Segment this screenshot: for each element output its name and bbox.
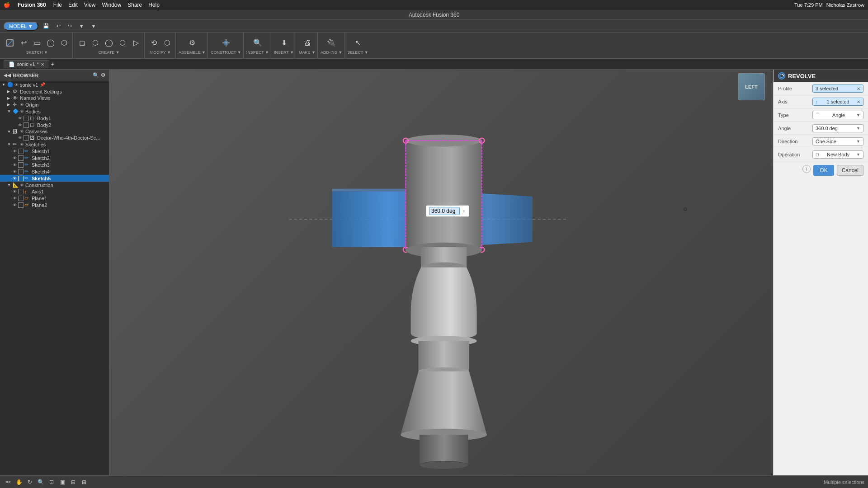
tree-item-canvas1[interactable]: ▶ 👁 🖼 Doctor-Who-4th-Doctor-Sc... <box>0 135 109 141</box>
modify-tool-1[interactable]: ⟲ <box>147 37 160 49</box>
revolve-info-button[interactable]: i <box>802 165 811 173</box>
assemble-tool[interactable]: ⚙ <box>186 37 198 49</box>
mode-button[interactable]: MODEL ▼ <box>4 22 38 31</box>
axis-clear-button[interactable]: ✕ <box>857 99 860 104</box>
zoom-tool[interactable]: 🔍 <box>36 478 45 487</box>
sketch-tool-3[interactable]: ▭ <box>31 37 43 49</box>
tree-item-sketch3[interactable]: 👁 ✏ Sketch3 <box>0 161 109 168</box>
tab-sonic[interactable]: 📄 sonic v1 * ✕ <box>4 60 49 68</box>
tab-add-button[interactable]: + <box>51 61 55 68</box>
undo-dropdown[interactable]: ▼ <box>76 23 87 30</box>
tree-item-root[interactable]: ▼ 🔵 👁 sonic v1 📌 <box>0 81 109 88</box>
checkbox-sketch2[interactable] <box>18 155 24 161</box>
vis-construction[interactable]: 👁 <box>20 183 25 188</box>
modify-tool-2[interactable]: ⬡ <box>161 37 174 49</box>
create-tool-3[interactable]: ◯ <box>103 37 115 49</box>
addins-tool[interactable]: 🔌 <box>325 37 338 49</box>
create-tool-4[interactable]: ⬡ <box>116 37 129 49</box>
revolve-value-direction[interactable]: One Side ▼ <box>812 137 863 145</box>
menu-edit[interactable]: Edit <box>68 2 78 8</box>
profile-clear-button[interactable]: ✕ <box>857 86 860 91</box>
menu-file[interactable]: File <box>53 2 62 8</box>
view-dropdown-2[interactable]: ⊟ <box>69 478 78 487</box>
tree-item-body1[interactable]: ▶ 👁 ◻ Body1 <box>0 115 109 122</box>
menu-share[interactable]: Share <box>127 2 142 8</box>
viewcube[interactable]: LEFT <box>733 73 769 109</box>
tree-item-sketch1[interactable]: 👁 ✏ Sketch1 <box>0 148 109 155</box>
checkbox-axis1[interactable] <box>18 189 24 194</box>
vis-plane1[interactable]: 👁 <box>13 196 18 201</box>
vis-body2[interactable]: 👁 <box>18 123 24 127</box>
tree-item-canvases[interactable]: ▼ 🖼 👁 Canvases <box>0 128 109 135</box>
tree-item-axis1[interactable]: 👁 ↕ Axis1 <box>0 188 109 195</box>
vis-body1[interactable]: 👁 <box>18 116 24 121</box>
tree-item-construction[interactable]: ▼ 📐 👁 Construction <box>0 182 109 188</box>
redo-button[interactable]: ↪ <box>65 22 75 30</box>
tree-arrow-construction[interactable]: ▼ <box>7 183 13 187</box>
revolve-value-axis[interactable]: ↕ 1 selected ✕ <box>812 98 863 106</box>
view-dropdown-1[interactable]: ▣ <box>58 478 67 487</box>
redo-dropdown[interactable]: ▼ <box>89 23 99 30</box>
tree-item-named-views[interactable]: ▶ 👁 Named Views <box>0 95 109 101</box>
revolve-value-type[interactable]: ⌒ Angle ▼ <box>812 111 863 119</box>
fit-tool[interactable]: ⊡ <box>47 478 56 487</box>
tree-item-doc-settings[interactable]: ▶ ⚙ Document Settings <box>0 88 109 95</box>
create-tool-5[interactable]: ▷ <box>130 37 142 49</box>
revolve-value-profile[interactable]: 3 selected ✕ <box>812 84 863 93</box>
type-dropdown-arrow[interactable]: ▼ <box>856 113 860 117</box>
tree-arrow-canvases[interactable]: ▼ <box>7 130 13 134</box>
checkbox-plane2[interactable] <box>18 202 24 208</box>
tree-arrow-sketches[interactable]: ▼ <box>7 142 13 146</box>
revolve-value-operation[interactable]: ◻ New Body ▼ <box>812 150 863 159</box>
checkbox-canvas1[interactable] <box>24 135 29 141</box>
tree-arrow-views[interactable]: ▶ <box>7 96 13 100</box>
sketch-tool-4[interactable]: ◯ <box>44 37 57 49</box>
tree-item-sketch4[interactable]: 👁 ✏ Sketch4 <box>0 168 109 175</box>
checkbox-body1[interactable] <box>24 116 29 121</box>
browser-collapse-button[interactable]: ◀◀ <box>4 73 11 78</box>
tree-item-origin[interactable]: ▶ ✛ 👁 Origin <box>0 101 109 108</box>
tree-item-bodies[interactable]: ▼ 🔷 👁 Bodies <box>0 108 109 115</box>
tree-item-sketches[interactable]: ▼ ✏ 👁 Sketches <box>0 141 109 148</box>
viewcube-face[interactable]: LEFT <box>738 73 765 100</box>
tab-close-button[interactable]: ✕ <box>41 62 44 67</box>
vis-bodies[interactable]: 👁 <box>20 109 25 114</box>
checkbox-sketch4[interactable] <box>18 169 24 174</box>
pan-tool[interactable]: ✋ <box>14 478 24 487</box>
pin-icon[interactable]: 📌 <box>40 82 45 87</box>
select-tool[interactable]: ↖ <box>352 37 364 49</box>
vis-sketch1[interactable]: 👁 <box>13 149 18 154</box>
operation-dropdown-arrow[interactable]: ▼ <box>856 152 860 157</box>
insert-tool[interactable]: ⬇ <box>278 37 290 49</box>
navigate-tool[interactable]: ⚯ <box>4 478 13 487</box>
menu-view[interactable]: View <box>84 2 96 8</box>
viewport[interactable]: ▼ LEFT <box>109 70 773 475</box>
checkbox-plane1[interactable] <box>18 196 24 201</box>
checkbox-sketch1[interactable] <box>18 149 24 154</box>
tree-arrow-bodies[interactable]: ▼ <box>7 109 13 113</box>
vis-sketches[interactable]: 👁 <box>20 142 25 147</box>
create-tool-2[interactable]: ⬡ <box>89 37 102 49</box>
construct-tool[interactable] <box>220 37 232 49</box>
revolve-cancel-button[interactable]: Cancel <box>837 165 863 176</box>
vis-sketch3[interactable]: 👁 <box>13 163 18 167</box>
vis-origin[interactable]: 👁 <box>20 103 25 107</box>
menu-help[interactable]: Help <box>148 2 160 8</box>
vis-root[interactable]: 👁 <box>14 83 20 87</box>
save-button[interactable]: 💾 <box>40 22 52 30</box>
angle-dropdown-arrow[interactable]: ▼ <box>856 126 860 131</box>
orbit-tool[interactable]: ↻ <box>25 478 34 487</box>
vis-canvas1[interactable]: 👁 <box>18 136 24 140</box>
vis-sketch5[interactable]: 👁 <box>13 176 18 181</box>
tree-item-body2[interactable]: ▶ 👁 ◻ Body2 <box>0 122 109 128</box>
vis-axis1[interactable]: 👁 <box>13 189 18 194</box>
vis-plane2[interactable]: 👁 <box>13 203 18 207</box>
vis-sketch2[interactable]: 👁 <box>13 156 18 160</box>
vis-sketch4[interactable]: 👁 <box>13 169 18 174</box>
direction-dropdown-arrow[interactable]: ▼ <box>856 139 860 144</box>
checkbox-sketch5[interactable] <box>18 176 24 181</box>
sketch-tool-2[interactable]: ↩ <box>17 37 30 49</box>
checkbox-body2[interactable] <box>24 122 29 128</box>
tree-arrow-root[interactable]: ▼ <box>2 83 7 87</box>
sketch-tool-1[interactable] <box>4 37 16 49</box>
